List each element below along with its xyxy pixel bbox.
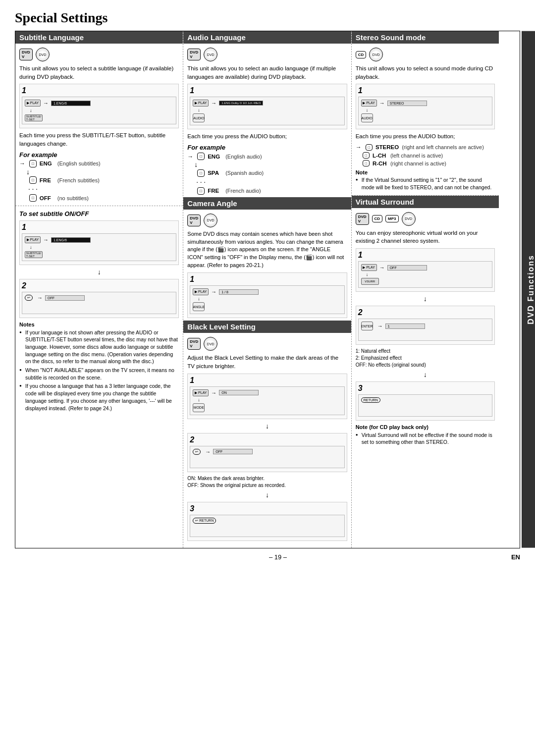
vsurr-step2-box: 2 ENTER → 1 [356, 306, 495, 345]
audio-eng-icon: □ [197, 153, 205, 160]
audio-spa-row: □ SPA (Spanish audio) [187, 169, 347, 177]
display-stereo: STEREO [387, 101, 427, 106]
vsurr-arrow-down-2: ↓ [356, 371, 495, 378]
audio-spa-desc: (Spanish audio) [225, 170, 264, 176]
page-title: Special Settings [15, 10, 520, 26]
audio-ctrl-icon-2[interactable]: AUDIO [361, 113, 373, 122]
audio-fre-desc: (French audio) [225, 188, 261, 194]
play-btn-sim-3: ▶ PLAY [193, 100, 209, 107]
mode-ctrl-icon[interactable]: MODE [193, 403, 205, 412]
audio-step1-diagram: ▶ PLAY → 1.ENG Dolby D 3/2.1ch 48k/3 ↓ A… [190, 97, 344, 125]
black-step2-box: 2 ↩ → OFF [187, 433, 347, 472]
black-arrow-down: ↓ [187, 422, 347, 430]
stereo-desc: (right and left channels are active) [402, 144, 484, 150]
rch-icon: □ [363, 160, 370, 166]
main-content-grid: Subtitle Language DVDV DVD This unit all… [15, 31, 520, 548]
dvdv-icon: DVDV [19, 49, 33, 60]
stereo-each-time: Each time you press the AUDIO button; [356, 132, 495, 141]
stereo-icon-row: CD DVD [356, 48, 495, 61]
enter-ctrl-icon[interactable]: ENTER [361, 322, 373, 330]
stereo-code: STEREO [375, 144, 399, 150]
vsurr-step1-num: 1 [358, 251, 492, 260]
step1-num: 1 [22, 86, 176, 95]
rch-desc: (right channel is active) [390, 161, 446, 166]
en-label: EN [511, 553, 520, 561]
subtitle-each-time: Each time you press the SUBTITLE/T-SET b… [19, 131, 179, 148]
notes-list: If your language is not shown after pres… [19, 329, 179, 412]
cd-icon-2: CD [372, 215, 383, 222]
display-vsurr-1: 1 [385, 324, 425, 329]
dvd-disc-icon-4: DVD [204, 337, 217, 351]
subtitle-btn-2[interactable]: SUBTITLE/T-SET [25, 251, 43, 258]
subtitle-btn[interactable]: SUBTITLE/T-SET [25, 114, 43, 121]
dvdv-icon-5: DVDV [356, 213, 369, 225]
dvd-disc-icon-5: DVD [369, 48, 383, 61]
on-off-heading: To set subtitle ON/OFF [19, 210, 179, 217]
arrow-right-2: → [187, 153, 193, 160]
black-step2-num: 2 [190, 435, 344, 444]
camera-step1-diagram: ▶ PLAY → 1 / 8 ↓ ANGLE [190, 285, 344, 314]
vsurr-body-text: You can enjoy stereophonic virtual world… [356, 229, 495, 245]
display-audio: 1.ENG Dolby D 3/2.1ch 48k/3 [219, 101, 263, 106]
column-1: Subtitle Language DVDV DVD This unit all… [15, 31, 183, 548]
notes-label: Notes [19, 322, 35, 327]
audio-spa-code: SPA [208, 170, 222, 176]
on-off-step2-box: 2 ↩ → OFF [19, 279, 179, 318]
example-off-row: □ OFF (no subtitles) [19, 194, 179, 202]
example-fre-row: □ FRE (French subtitles) [19, 176, 179, 184]
black-level-icon-row: DVDV DVD [187, 337, 347, 351]
bottom-bar: – 19 – EN [15, 553, 520, 561]
vsurr-step3-box: 3 RETURN [356, 381, 495, 421]
camera-angle-section: Camera Angle DVDV DVD Some DVD discs may… [187, 198, 347, 319]
dvd-disc-icon-6: DVD [402, 212, 416, 226]
stereo-note-item: If the Virtual Surround setting is "1" o… [356, 176, 495, 191]
angle-ctrl-icon[interactable]: ANGLE [193, 302, 205, 311]
black-on-text: ON: Makes the dark areas brighter. [187, 475, 347, 482]
audio-step1-num: 1 [190, 86, 344, 95]
camera-step1-box: 1 ▶ PLAY → 1 / 8 ↓ ANGLE [187, 272, 347, 318]
vsurr-step2-num: 2 [358, 308, 492, 317]
for-example-label-2: For example [187, 144, 347, 151]
audio-ctrl-icon[interactable]: AUDIO [193, 113, 205, 122]
play-btn-sim-6: ▶ PLAY [361, 100, 377, 107]
eng-desc-1: (English subtitles) [57, 161, 101, 166]
fre-desc-1: (French subtitles) [57, 177, 100, 183]
play-btn-sim: ▶ PLAY [25, 100, 41, 107]
arrow-down-2: ↓ [19, 268, 179, 276]
return-btn-2[interactable]: RETURN [361, 397, 380, 403]
lch-icon: □ [363, 152, 370, 159]
stereo-step1-diagram: ▶ PLAY → STEREO ↓ AUDIO [358, 97, 492, 125]
display-sim-eng-2: 1.ENG/6 [51, 237, 91, 243]
black-step2-diagram: ↩ → OFF [190, 446, 344, 468]
display-angle: 1 / 8 [219, 289, 259, 295]
black-step1-num: 1 [190, 376, 344, 385]
dotted-vert-1: · · · [28, 185, 179, 193]
stereo-sound-header: Stereo Sound mode [352, 31, 499, 44]
arrow-right-icon: → [19, 160, 25, 167]
black-off-text: OFF: Shows the original picture as recor… [187, 482, 347, 489]
black-step3-diagram: ↩ RETURN [190, 515, 344, 537]
dvd-disc-icon-1: DVD [36, 48, 50, 61]
play-btn-sim-5: ▶ PLAY [193, 389, 209, 396]
stereo-step1-num: 1 [358, 86, 492, 95]
off-icon-1: □ [29, 194, 37, 202]
display-off-black: OFF [213, 449, 253, 454]
return-btn[interactable]: ↩ RETURN [193, 518, 216, 524]
display-on: ON [219, 390, 259, 395]
black-step1-diagram: ▶ PLAY → ON ↓ MODE [190, 386, 344, 415]
dvd-disc-icon-3: DVD [204, 214, 217, 227]
audio-fre-row: □ FRE (French audio) [187, 187, 347, 195]
camera-body-text: Some DVD discs may contain scenes which … [187, 230, 347, 270]
vsurr-btn[interactable]: VSURR [361, 278, 379, 285]
virtual-surround-header: Virtual Surround [352, 196, 499, 208]
stereo-body-text: This unit allows you to select a sound m… [356, 64, 495, 81]
dvdv-icon-2: DVDV [187, 49, 201, 60]
enter-btn[interactable]: ↩ [193, 449, 201, 455]
remote-btn-1[interactable]: ↩ [25, 295, 33, 301]
off-code-1: OFF [40, 195, 54, 201]
stereo-note-label: Note [356, 169, 368, 175]
page-number: – 19 – [45, 553, 511, 561]
black-level-body: Adjust the Black Level Setting to make t… [187, 354, 347, 370]
stereo-row: → □ STEREO (right and left channels are … [356, 144, 495, 151]
on-off-step1-num: 1 [22, 223, 176, 232]
